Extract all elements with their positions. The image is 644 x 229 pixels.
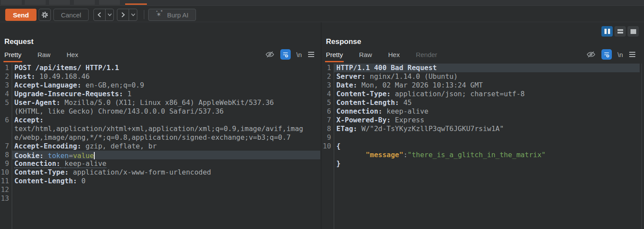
line-content: Server: nginx/1.14.0 (Ubuntu) (334, 72, 640, 81)
line-number (0, 133, 12, 142)
code-line[interactable]: 1HTTP/1.1 400 Bad Request (322, 64, 640, 72)
response-scroll-rail[interactable] (641, 64, 642, 229)
request-panel-title: Request (4, 37, 33, 46)
code-line[interactable]: "message":"there_is_a_glitch_in_the_matr… (322, 151, 640, 159)
word-wrap-toggle[interactable] (280, 49, 291, 60)
layout-selector (601, 26, 639, 37)
code-line[interactable]: 13 (0, 194, 320, 203)
line-number: 9 (0, 159, 12, 168)
repeater-tab-partial[interactable] (1, 0, 22, 5)
show-newlines-toggle[interactable]: \n (296, 51, 302, 58)
line-content: Host: 10.49.168.46 (12, 72, 320, 81)
code-line[interactable]: e/webp,image/apng,*/*;q=0.8,application/… (0, 133, 320, 142)
code-line[interactable]: } (322, 159, 640, 168)
tab-raw[interactable]: Raw (358, 51, 373, 62)
code-line[interactable]: 11Content-Length: 0 (0, 177, 320, 185)
line-number: 4 (0, 90, 12, 98)
line-number: 11 (0, 177, 12, 185)
hide-nonprintable-icon[interactable] (586, 50, 596, 59)
back-dropdown-button[interactable] (106, 9, 113, 20)
cancel-button[interactable]: Cancel (53, 9, 89, 21)
tab-raw[interactable]: Raw (37, 51, 51, 62)
code-line[interactable]: 4Upgrade-Insecure-Requests: 1 (0, 90, 320, 98)
hide-nonprintable-icon[interactable] (265, 50, 275, 59)
gear-icon (41, 11, 49, 19)
word-wrap-toggle[interactable] (601, 49, 612, 60)
repeater-tab-partial[interactable] (49, 0, 70, 5)
code-line[interactable]: 3Date: Mon, 02 Mar 2026 10:13:24 GMT (322, 81, 640, 90)
line-number: 10 (322, 142, 334, 151)
code-line[interactable]: 9Connection: keep-alive (0, 159, 320, 168)
editor-menu-icon[interactable] (629, 51, 636, 57)
code-line[interactable]: 2Server: nginx/1.14.0 (Ubuntu) (322, 72, 640, 81)
sparkles-icon: ✶✶✶ (156, 10, 164, 19)
code-line[interactable]: 10{ (322, 142, 640, 151)
line-content: Accept: (12, 116, 320, 125)
burp-ai-button[interactable]: ✶✶✶ Burp AI (148, 9, 196, 21)
code-line[interactable]: 9 (322, 133, 640, 142)
chevron-down-icon (107, 13, 112, 17)
tab-hex[interactable]: Hex (66, 51, 79, 62)
line-number (0, 107, 12, 116)
back-button[interactable] (94, 9, 106, 20)
chevron-down-icon (131, 13, 136, 17)
tab-render[interactable]: Render (415, 51, 438, 62)
request-editor[interactable]: 1POST /api/items/ HTTP/1.12Host: 10.49.1… (0, 64, 320, 203)
response-editor[interactable]: 1HTTP/1.1 400 Bad Request2Server: nginx/… (322, 64, 640, 168)
repeater-tab-partial[interactable] (74, 0, 95, 5)
line-number: 2 (322, 72, 334, 81)
response-panel-title: Response (326, 37, 361, 46)
line-number: 5 (322, 98, 334, 107)
line-content: e/webp,image/apng,*/*;q=0.8,application/… (12, 133, 320, 142)
chevron-left-icon (97, 12, 102, 18)
tab-hex[interactable]: Hex (387, 51, 401, 62)
code-line[interactable]: 4Content-Type: application/json; charset… (322, 90, 640, 98)
forward-dropdown-button[interactable] (129, 9, 137, 20)
code-line[interactable]: 7X-Powered-By: Express (322, 116, 640, 125)
editor-menu-icon[interactable] (308, 51, 315, 57)
layout-columns-button[interactable] (601, 26, 613, 37)
code-line[interactable]: 3Accept-Language: en-GB,en;q=0.9 (0, 81, 320, 90)
line-number: 13 (0, 194, 12, 203)
line-content (334, 133, 640, 142)
show-newlines-toggle[interactable]: \n (617, 51, 623, 58)
line-number (322, 151, 334, 159)
line-content: } (334, 159, 640, 168)
code-line[interactable]: 10Content-Type: application/x-www-form-u… (0, 168, 320, 177)
code-line[interactable]: 5Content-Length: 45 (322, 98, 640, 107)
panel-divider[interactable] (321, 22, 322, 229)
line-content: HTTP/1.1 400 Bad Request (334, 64, 640, 72)
tab-pretty[interactable]: Pretty (3, 51, 22, 62)
line-number: 6 (322, 107, 334, 116)
code-line[interactable]: 2Host: 10.49.168.46 (0, 72, 320, 81)
code-line[interactable]: 5User-Agent: Mozilla/5.0 (X11; Linux x86… (0, 98, 320, 107)
line-content: POST /api/items/ HTTP/1.1 (12, 64, 320, 72)
line-number: 3 (0, 81, 12, 90)
line-number: 12 (0, 185, 12, 194)
forward-button[interactable] (117, 9, 129, 20)
line-number: 2 (0, 72, 12, 81)
single-pane-icon (631, 29, 636, 34)
line-number: 7 (0, 142, 12, 151)
code-line[interactable]: 8ETag: W/"2d-TsYKyzKzllP3qwT6JGKU7rsiw1A… (322, 125, 640, 133)
line-content: Content-Type: application/json; charset=… (334, 90, 640, 98)
code-line[interactable]: 1POST /api/items/ HTTP/1.1 (0, 64, 320, 72)
line-content (12, 194, 320, 203)
send-button[interactable]: Send (5, 9, 37, 21)
code-line[interactable]: 8Cookie: token=value (0, 151, 320, 159)
repeater-tab-partial[interactable] (99, 0, 120, 5)
code-line[interactable]: 6Accept: (0, 116, 320, 125)
code-line[interactable]: 12 (0, 185, 320, 194)
line-content: Connection: keep-alive (12, 159, 320, 168)
code-line[interactable]: 7Accept-Encoding: gzip, deflate, br (0, 142, 320, 151)
code-line[interactable]: (KHTML, like Gecko) Chrome/143.0.0.0 Saf… (0, 107, 320, 116)
code-line[interactable]: 6Connection: keep-alive (322, 107, 640, 116)
send-settings-button[interactable] (39, 9, 51, 21)
layout-rows-button[interactable] (614, 26, 626, 37)
line-content: Cookie: token=value (12, 151, 320, 159)
code-line[interactable]: text/html,application/xhtml+xml,applicat… (0, 125, 320, 133)
line-number: 1 (0, 64, 12, 72)
tab-pretty[interactable]: Pretty (325, 51, 344, 62)
layout-tabs-button[interactable] (627, 26, 639, 37)
repeater-tab-partial[interactable] (25, 0, 46, 5)
